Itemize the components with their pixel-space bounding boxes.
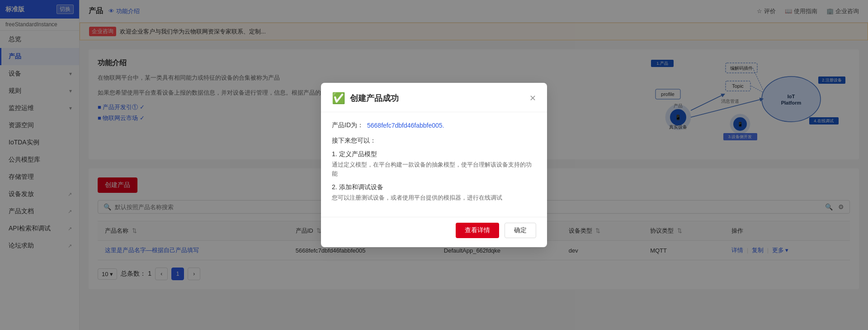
modal-close-button[interactable]: ✕	[529, 94, 536, 102]
modal-header: ✅ 创建产品成功 ✕	[321, 83, 547, 112]
modal-id-label: 产品ID为：	[332, 121, 363, 129]
modal-step2-desc: 您可以注册测试设备，或者使用平台提供的模拟器，进行在线调试	[332, 193, 536, 202]
modal-title: 创建产品成功	[350, 93, 399, 104]
confirm-button[interactable]: 确定	[505, 223, 536, 238]
modal-step1-title: 1. 定义产品模型	[332, 150, 536, 158]
success-check-icon: ✅	[332, 92, 345, 105]
modal-id-row: 产品ID为： 5668fefc7dbfd46fabbfe005.	[332, 121, 536, 129]
modal-footer: 查看详情 确定	[321, 217, 547, 247]
view-detail-button[interactable]: 查看详情	[456, 223, 499, 238]
modal-overlay: ✅ 创建产品成功 ✕ 产品ID为： 5668fefc7dbfd46fabbfe0…	[0, 0, 868, 330]
modal-step2-title: 2. 添加和调试设备	[332, 183, 536, 191]
modal-subtitle: 接下来您可以：	[332, 137, 536, 145]
modal-step-1: 1. 定义产品模型 通过定义模型，在平台构建一款设备的抽象模型，使平台理解该设备…	[332, 150, 536, 178]
modal-body: 产品ID为： 5668fefc7dbfd46fabbfe005. 接下来您可以：…	[321, 112, 547, 217]
modal-step1-desc: 通过定义模型，在平台构建一款设备的抽象模型，使平台理解该设备支持的功能	[332, 160, 536, 178]
modal-title-row: ✅ 创建产品成功	[332, 92, 399, 105]
success-modal: ✅ 创建产品成功 ✕ 产品ID为： 5668fefc7dbfd46fabbfe0…	[321, 83, 547, 247]
modal-id-value: 5668fefc7dbfd46fabbfe005.	[367, 122, 444, 129]
modal-step-2: 2. 添加和调试设备 您可以注册测试设备，或者使用平台提供的模拟器，进行在线调试	[332, 183, 536, 202]
